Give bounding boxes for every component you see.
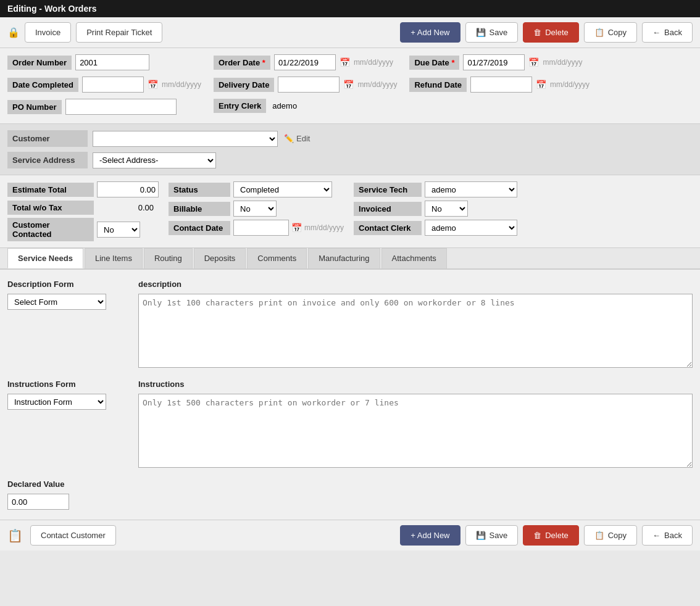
contact-date-input[interactable] <box>233 220 289 236</box>
bottom-add-new-button[interactable]: + Add New <box>400 525 460 546</box>
copy-icon: 📋 <box>594 28 604 37</box>
date-completed-label: Date Completed <box>7 78 78 92</box>
bottom-delete-button[interactable]: 🗑 Delete <box>523 525 579 546</box>
due-date-input[interactable] <box>463 54 525 70</box>
instructions-form-select[interactable]: Instruction Form <box>7 394 106 410</box>
due-date-required: * <box>451 58 454 67</box>
title-bar: Editing - Work Orders <box>0 0 700 17</box>
notes-icon[interactable]: 📋 <box>7 528 23 543</box>
bottom-save-icon: 💾 <box>476 531 486 540</box>
instructions-form-column: Instructions Form Instruction Form <box>7 380 131 470</box>
date-completed-placeholder: mm/dd/yyyy <box>162 80 201 89</box>
entry-clerk-label: Entry Clerk <box>214 99 266 113</box>
customer-section: Customer ✏️ Edit Service Address -Select… <box>0 124 700 175</box>
bottom-bar: 📋 Contact Customer + Add New 💾 Save 🗑 De… <box>0 520 700 550</box>
declared-value-label: Declared Value <box>7 479 693 489</box>
tab-attachments[interactable]: Attachments <box>381 248 447 268</box>
tab-service-needs[interactable]: Service Needs <box>7 248 83 268</box>
instructions-grid: Instructions Form Instruction Form Instr… <box>7 380 693 470</box>
due-date-calendar-icon[interactable]: 📅 <box>528 57 539 67</box>
bottom-left: 📋 Contact Customer <box>7 525 116 546</box>
declared-value-section: Declared Value <box>7 479 693 510</box>
invoiced-select[interactable]: NoYes <box>425 201 468 217</box>
po-number-label: PO Number <box>7 100 62 114</box>
tab-content-service-needs: Description Form Select Form description… <box>0 270 700 520</box>
contact-customer-button[interactable]: Contact Customer <box>30 525 116 546</box>
instructions-form-label: Instructions Form <box>7 380 131 389</box>
tab-comments[interactable]: Comments <box>247 248 307 268</box>
add-new-button[interactable]: + Add New <box>400 22 460 43</box>
description-form-select[interactable]: Select Form <box>7 294 106 310</box>
service-needs-grid: Description Form Select Form description <box>7 280 693 370</box>
declared-value-input[interactable] <box>7 494 69 510</box>
back-button[interactable]: ← Back <box>642 22 693 43</box>
description-textarea[interactable] <box>138 294 693 368</box>
due-date-label: Due Date * <box>409 56 459 70</box>
service-tech-select[interactable]: ademo <box>425 181 517 197</box>
delivery-date-calendar-icon[interactable]: 📅 <box>343 80 354 89</box>
edit-customer-button[interactable]: ✏️ Edit <box>284 134 310 143</box>
service-address-select[interactable]: -Select Address- <box>93 152 216 168</box>
bottom-copy-button[interactable]: 📋 Copy <box>584 525 637 546</box>
order-number-label: Order Number <box>7 56 72 70</box>
customer-select[interactable] <box>93 131 278 147</box>
customer-contacted-select[interactable]: NoYes <box>97 222 140 238</box>
order-date-calendar-icon[interactable]: 📅 <box>340 57 350 67</box>
order-date-placeholder: mm/dd/yyyy <box>354 58 393 67</box>
toolbar: 🔒 Invoice Print Repair Ticket + Add New … <box>0 17 700 48</box>
instructions-label: Instructions <box>138 380 693 389</box>
instructions-textarea[interactable] <box>138 394 693 468</box>
trash-icon: 🗑 <box>533 28 541 37</box>
edit-icon: ✏️ <box>284 134 294 143</box>
description-form-column: Description Form Select Form <box>7 280 131 370</box>
bottom-back-button[interactable]: ← Back <box>642 525 693 546</box>
estimate-total-input[interactable] <box>97 181 159 197</box>
lock-icon: 🔒 <box>7 27 20 38</box>
delete-button[interactable]: 🗑 Delete <box>523 22 579 43</box>
description-column: description <box>138 280 693 370</box>
tab-line-items[interactable]: Line Items <box>85 248 143 268</box>
order-fields-section: Order Number Date Completed 📅 mm/dd/yyyy… <box>0 48 700 124</box>
refund-date-calendar-icon[interactable]: 📅 <box>536 80 546 89</box>
contact-clerk-select[interactable]: ademo <box>425 220 517 236</box>
description-label: description <box>138 280 693 289</box>
save-icon: 💾 <box>476 28 486 37</box>
tab-routing[interactable]: Routing <box>144 248 193 268</box>
service-address-label: Service Address <box>7 152 88 168</box>
bottom-trash-icon: 🗑 <box>533 531 541 540</box>
save-button[interactable]: 💾 Save <box>465 22 519 43</box>
status-select[interactable]: CompletedOpen <box>233 181 332 197</box>
delivery-date-placeholder: mm/dd/yyyy <box>357 80 397 89</box>
status-section: Estimate Total Total w/o Tax 0.00 Custom… <box>0 175 700 248</box>
billable-select[interactable]: NoYes <box>233 201 277 217</box>
order-date-input[interactable] <box>274 54 336 70</box>
bottom-actions: + Add New 💾 Save 🗑 Delete 📋 Copy ← Back <box>400 525 693 546</box>
bottom-save-button[interactable]: 💾 Save <box>465 525 519 546</box>
contact-date-calendar[interactable]: 📅 <box>291 223 302 233</box>
print-repair-button[interactable]: Print Repair Ticket <box>76 22 162 43</box>
delivery-date-label: Delivery Date <box>214 78 274 92</box>
delivery-date-input[interactable] <box>278 77 340 93</box>
tabs-bar: Service Needs Line Items Routing Deposit… <box>0 248 700 270</box>
bottom-back-icon: ← <box>652 531 660 540</box>
entry-clerk-value: ademo <box>270 99 299 113</box>
copy-button[interactable]: 📋 Copy <box>584 22 637 43</box>
date-completed-input[interactable] <box>82 77 144 93</box>
due-date-placeholder: mm/dd/yyyy <box>543 58 582 67</box>
date-completed-calendar-icon[interactable]: 📅 <box>148 80 158 89</box>
refund-date-input[interactable] <box>470 77 532 93</box>
back-icon: ← <box>652 28 660 37</box>
customer-label: Customer <box>7 130 88 147</box>
tab-deposits[interactable]: Deposits <box>194 248 246 268</box>
instructions-column: Instructions <box>138 380 693 470</box>
tab-manufacturing[interactable]: Manufacturing <box>308 248 380 268</box>
po-number-input[interactable] <box>65 99 177 115</box>
order-date-label: Order Date * <box>214 56 270 70</box>
invoice-button[interactable]: Invoice <box>25 22 71 43</box>
order-number-input[interactable] <box>75 54 149 70</box>
description-form-label: Description Form <box>7 280 131 289</box>
title-text: Editing - Work Orders <box>7 4 96 14</box>
refund-date-label: Refund Date <box>409 78 467 92</box>
order-date-required: * <box>262 58 265 67</box>
refund-date-placeholder: mm/dd/yyyy <box>550 80 590 89</box>
